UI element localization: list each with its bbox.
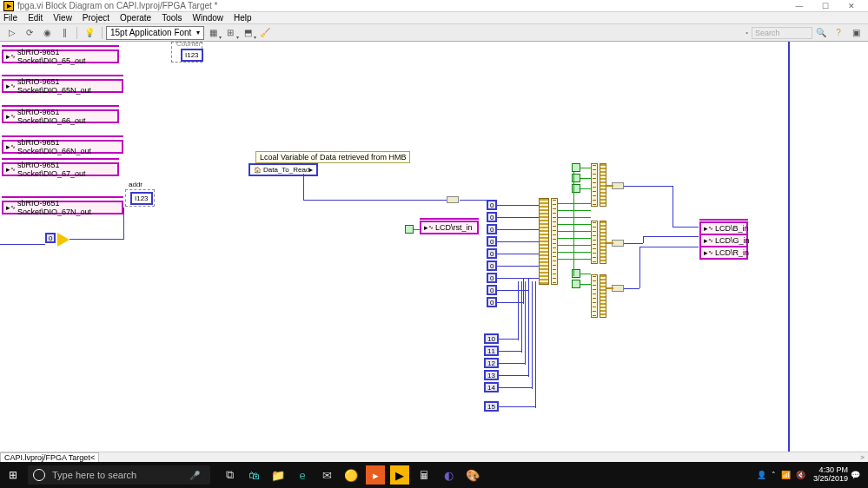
wire (123, 208, 124, 240)
io-node-dio67[interactable]: ▸∿sbRIO-9651 Socket\DIO_67_out (2, 162, 119, 176)
eclipse-icon[interactable]: ◐ (436, 462, 461, 488)
calc-icon[interactable]: 🖩 (412, 462, 436, 488)
deco-line (2, 45, 119, 47)
num-const[interactable]: 0 (487, 273, 497, 283)
num-const[interactable]: 0 (487, 260, 497, 271)
coerce-dot (612, 240, 624, 247)
system-tray[interactable]: 👤 ˄ 📶 🔇 4:30 PM 3/25/2019 💬 (754, 466, 868, 484)
menu-help[interactable]: Help (234, 13, 252, 23)
zero-const[interactable]: 0 (45, 233, 56, 243)
wire (70, 239, 123, 240)
pause-button[interactable]: ‖ (57, 26, 71, 40)
cluster-group-2[interactable] (591, 221, 598, 264)
vi-icon[interactable]: ▣ (849, 26, 863, 40)
mail-icon[interactable]: ✉ (315, 462, 339, 488)
io-node-dio65n[interactable]: ▸∿sbRIO-9651 Socket\DIO_65N_out (2, 79, 123, 93)
resize-button[interactable]: ⬒▾ (240, 26, 255, 40)
deco-line (2, 196, 123, 198)
num-const[interactable]: 0 (487, 285, 497, 295)
menu-operate[interactable]: Operate (120, 13, 151, 23)
start-button[interactable]: ⊞ (0, 462, 26, 488)
edge-icon[interactable]: e (290, 462, 315, 488)
menu-view[interactable]: View (53, 13, 72, 23)
numeric-indicator[interactable]: I123 (181, 49, 203, 62)
close-button[interactable]: ✕ (838, 0, 865, 12)
chrome-icon[interactable]: 🟡 (339, 462, 363, 488)
cortana-icon (33, 469, 45, 481)
notifications-icon[interactable]: 💬 (851, 471, 860, 479)
menu-tools[interactable]: Tools (162, 13, 182, 23)
wire (460, 200, 489, 201)
tray-up-icon[interactable]: ˄ (772, 471, 776, 479)
network-icon[interactable]: 📶 (781, 471, 791, 479)
deco-line (2, 75, 123, 76)
mic-icon[interactable]: 🎤 (189, 471, 200, 480)
menu-project[interactable]: Project (83, 13, 109, 23)
bundle-node[interactable] (539, 198, 549, 285)
num-const[interactable]: 0 (487, 248, 497, 259)
labview-icon[interactable]: ▶ (390, 465, 409, 485)
help-icon[interactable]: ? (832, 26, 845, 40)
paint-icon[interactable]: 🎨 (461, 462, 485, 488)
reorder-button[interactable]: 🧹 (257, 26, 273, 40)
num-const[interactable]: 0 (487, 297, 497, 307)
distribute-button[interactable]: ⊞▾ (222, 26, 238, 40)
menu-file[interactable]: File (3, 13, 17, 23)
highlight-button[interactable]: 💡 (83, 26, 96, 40)
io-node-dio66[interactable]: ▸∿sbRIO-9651 Socket\DIO_66_out (2, 109, 119, 123)
num-const[interactable]: 0 (487, 236, 497, 247)
run-cont-button[interactable]: ⟳ (23, 26, 36, 40)
window-tabs: CAPI.lvproj/FPGA Target < > (0, 452, 868, 462)
taskview-icon[interactable]: ⧉ (217, 462, 242, 488)
menubar: File Edit View Project Operate Tools Win… (0, 12, 868, 24)
taskbar-search[interactable]: Type here to search 🎤 (28, 465, 210, 485)
cluster-group-1[interactable] (591, 163, 598, 207)
coerce-dot (612, 182, 624, 189)
minimize-button[interactable]: — (786, 0, 812, 12)
addr-indicator[interactable]: I123 (130, 192, 153, 205)
num-const[interactable]: 0 (487, 200, 497, 210)
windows-taskbar: ⊞ Type here to search 🎤 ⧉ 🛍 📁 e ✉ 🟡 ▸ ▶ … (0, 462, 868, 488)
volume-icon[interactable]: 🔇 (796, 471, 805, 479)
menu-window[interactable]: Window (192, 13, 223, 23)
window-title: fpga.vi Block Diagram on CAPI.lvproj/FPG… (17, 1, 786, 10)
coerce-dot (612, 285, 624, 292)
boolean-const[interactable] (405, 225, 414, 234)
align-button[interactable]: ▦▾ (205, 26, 221, 40)
deco-line (2, 158, 119, 160)
app-icon: ▶ (3, 1, 14, 11)
num-const[interactable]: 0 (487, 212, 497, 222)
store-icon[interactable]: 🛍 (242, 462, 266, 488)
app-icon-orange[interactable]: ▸ (366, 465, 385, 485)
io-node-dio65[interactable]: ▸∿sbRIO-9651 Socket\DIO_65_out (2, 49, 119, 63)
green-wire (414, 229, 421, 230)
menu-edit[interactable]: Edit (28, 13, 43, 23)
boolean-const[interactable] (572, 280, 580, 288)
cluster-group-3[interactable] (591, 274, 598, 318)
search-input[interactable]: Search (752, 27, 812, 39)
local-variable[interactable]: Data_To_Read▸ (248, 163, 318, 176)
io-node-dio66n[interactable]: ▸∿sbRIO-9651 Socket\DIO_66N_out (2, 140, 123, 154)
block-diagram-canvas[interactable]: ▸∿sbRIO-9651 Socket\DIO_65_out ▸∿sbRIO-9… (0, 42, 868, 458)
search-icon[interactable]: 🔍 (814, 26, 828, 40)
deco-line (2, 105, 119, 107)
people-icon[interactable]: 👤 (757, 471, 766, 479)
font-selector[interactable]: 15pt Application Font (106, 26, 204, 40)
deco-line (2, 135, 123, 137)
io-node-dio67n[interactable]: ▸∿sbRIO-9651 Socket\DIO_67N_out (2, 201, 123, 214)
project-tab[interactable]: CAPI.lvproj/FPGA Target < (0, 452, 99, 463)
select-gate-icon[interactable] (57, 233, 70, 247)
num-const[interactable]: 0 (487, 224, 497, 234)
io-node-lcd-rst[interactable]: ▸∿LCD\rst_in (420, 221, 479, 234)
addr-label: addr (129, 181, 142, 188)
run-button[interactable]: ▷ (5, 26, 19, 40)
explorer-icon[interactable]: 📁 (266, 462, 290, 488)
clock[interactable]: 4:30 PM 3/25/2019 (813, 466, 848, 484)
abort-button[interactable]: ◉ (40, 26, 54, 40)
wire (303, 200, 447, 201)
maximize-button[interactable]: ☐ (812, 0, 838, 12)
comment-node[interactable]: Lcoal Variable of Data retrieved from HM… (255, 151, 410, 163)
bundle-group-3 (600, 274, 606, 318)
boolean-const[interactable] (572, 163, 580, 172)
io-node-lcd-r[interactable]: ▸∿LCD\R_in (699, 246, 748, 260)
